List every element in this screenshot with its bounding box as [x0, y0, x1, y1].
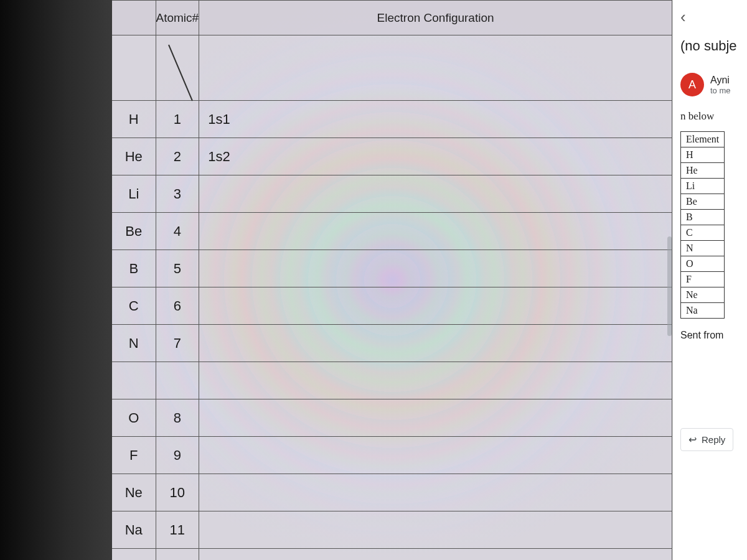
cell-symbol: O: [112, 399, 156, 437]
avatar-letter: A: [688, 78, 696, 91]
mini-cell: B: [681, 210, 725, 225]
cell-symbol: Be: [112, 213, 156, 250]
cell-atomic: 11: [156, 511, 199, 549]
gap-row: [112, 362, 672, 399]
email-panel: ‹ (no subje A Ayni to me n below Element…: [672, 0, 747, 560]
mini-cell: C: [681, 225, 725, 241]
cell-symbol: F: [112, 437, 156, 474]
cell-atomic: 7: [156, 325, 199, 362]
table-row: Be 4: [112, 213, 672, 250]
header-atomic: Atomic#: [156, 1, 199, 35]
mini-cell: Ne: [681, 287, 725, 303]
cell-atomic: 10: [156, 474, 199, 511]
sender-row[interactable]: A Ayni to me: [680, 73, 747, 96]
cell-symbol: Mg: [112, 549, 156, 561]
cell-symbol: Ne: [112, 474, 156, 511]
mini-cell: Li: [681, 179, 725, 194]
cell-atomic: 12: [156, 549, 199, 561]
cell-atomic: 2: [156, 138, 199, 175]
mini-cell: Na: [681, 303, 725, 319]
mini-cell: N: [681, 241, 725, 256]
cell-symbol: B: [112, 250, 156, 287]
cell-config[interactable]: [199, 549, 672, 561]
table-row: Mg 12: [112, 549, 672, 561]
cell-symbol: Li: [112, 175, 156, 213]
avatar: A: [680, 73, 704, 96]
sender-name: Ayni: [710, 75, 731, 86]
cell-config[interactable]: [199, 213, 672, 250]
cell-config[interactable]: [199, 511, 672, 549]
cell-atomic: 9: [156, 437, 199, 474]
cell-atomic: 8: [156, 399, 199, 437]
cell-config[interactable]: [199, 437, 672, 474]
cell-symbol: Na: [112, 511, 156, 549]
reply-arrow-icon: ↩: [688, 434, 697, 446]
header-config: Electron Configuration: [199, 1, 672, 35]
scrollbar-thumb[interactable]: [667, 236, 672, 336]
reply-label: Reply: [702, 434, 725, 445]
reply-button[interactable]: ↩ Reply: [680, 428, 733, 451]
worksheet-document: Atomic# Electron Configuration H 1 1s1 H…: [112, 0, 672, 560]
mini-cell: O: [681, 256, 725, 272]
email-body-table: Element H He Li Be B C N O F Ne Na: [680, 131, 725, 319]
cell-config[interactable]: [199, 399, 672, 437]
cell-config[interactable]: 1s1: [199, 101, 672, 138]
cell-config[interactable]: [199, 175, 672, 213]
sender-to: to me: [710, 86, 731, 95]
mini-cell: Be: [681, 194, 725, 210]
electron-config-table: Atomic# Electron Configuration H 1 1s1 H…: [112, 0, 672, 560]
table-row: B 5: [112, 250, 672, 287]
cell-atomic: 5: [156, 250, 199, 287]
table-row: F 9: [112, 437, 672, 474]
cell-symbol: H: [112, 101, 156, 138]
email-body-fragment: n below: [680, 110, 747, 123]
cell-config[interactable]: 1s2: [199, 138, 672, 175]
table-row: O 8: [112, 399, 672, 437]
cell-atomic: 4: [156, 213, 199, 250]
cell-config[interactable]: [199, 250, 672, 287]
cell-symbol: C: [112, 287, 156, 325]
cell-config[interactable]: [199, 325, 672, 362]
mini-cell: He: [681, 163, 725, 179]
table-row: C 6: [112, 287, 672, 325]
cell-symbol: He: [112, 138, 156, 175]
table-row: Ne 10: [112, 474, 672, 511]
table-header-row: Atomic# Electron Configuration: [112, 1, 672, 35]
table-row: He 2 1s2: [112, 138, 672, 175]
scrollbar[interactable]: [666, 0, 672, 560]
table-row: N 7: [112, 325, 672, 362]
table-row: H 1 1s1: [112, 101, 672, 138]
table-row: Li 3: [112, 175, 672, 213]
device-bezel: [0, 0, 112, 560]
chevron-left-icon: ‹: [680, 7, 686, 26]
table-row: Na 11: [112, 511, 672, 549]
email-signature: Sent from: [680, 330, 747, 341]
cell-atomic: 3: [156, 175, 199, 213]
diagonal-mark-icon: [162, 42, 200, 104]
cell-symbol: N: [112, 325, 156, 362]
mini-cell: F: [681, 272, 725, 287]
mini-header: Element: [681, 132, 725, 147]
cell-config[interactable]: [199, 474, 672, 511]
back-button[interactable]: ‹: [680, 7, 747, 27]
cell-atomic: 1: [156, 101, 199, 138]
header-symbol: [112, 1, 156, 35]
email-subject: (no subje: [680, 38, 747, 54]
decoration-row: [112, 35, 672, 101]
svg-line-0: [169, 45, 192, 101]
cell-atomic: 6: [156, 287, 199, 325]
cell-config[interactable]: [199, 287, 672, 325]
mini-cell: H: [681, 147, 725, 163]
